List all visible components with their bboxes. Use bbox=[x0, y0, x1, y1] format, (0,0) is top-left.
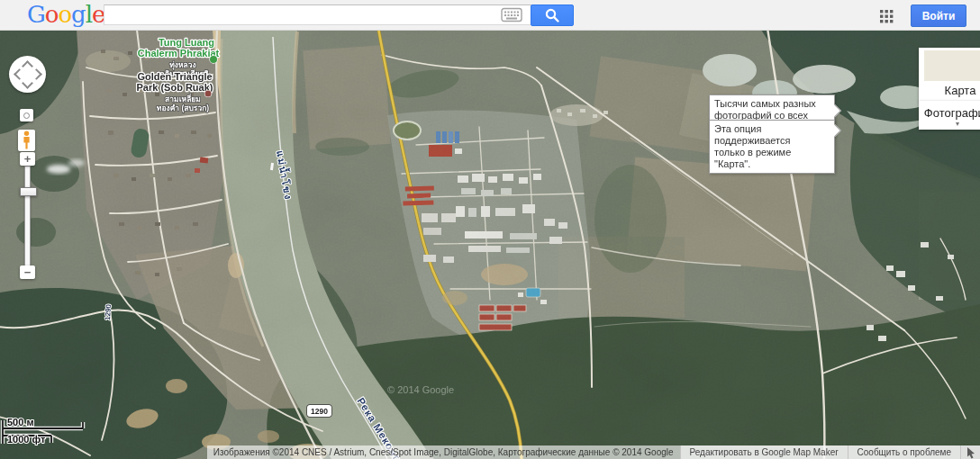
attribution-bar: Изображения ©2014 CNES / Astrium, Cnes/S… bbox=[207, 446, 980, 459]
reset-view-button[interactable] bbox=[20, 109, 33, 122]
svg-text:ทองคำ (สบรวก): ทองคำ (สบรวก) bbox=[157, 104, 210, 112]
reset-dot-icon bbox=[23, 112, 30, 119]
pan-left-arrow-icon[interactable] bbox=[14, 68, 25, 80]
pan-down-arrow-icon[interactable] bbox=[22, 77, 33, 89]
sign-in-button[interactable]: Войти bbox=[911, 4, 966, 27]
poi-dot-maroon[interactable] bbox=[205, 91, 212, 97]
search-icon bbox=[544, 7, 560, 23]
svg-text:500 м: 500 м bbox=[7, 417, 34, 428]
apps-grid-icon[interactable] bbox=[880, 10, 894, 23]
svg-text:Park (Sob Ruak): Park (Sob Ruak) bbox=[137, 82, 213, 93]
pan-right-arrow-icon[interactable] bbox=[31, 68, 42, 80]
photos-layer-card[interactable]: Фотографии ▾ bbox=[919, 101, 980, 130]
cursor-arrow-glyph bbox=[966, 446, 976, 459]
poi-dot-green[interactable] bbox=[210, 56, 217, 63]
imagery-credits: Изображения ©2014 CNES / Astrium, Cnes/S… bbox=[207, 446, 680, 459]
top-bar: Google bbox=[0, 0, 980, 31]
edit-in-map-maker-link[interactable]: Редактировать в Google Map Maker bbox=[680, 446, 848, 459]
report-cursor-icon[interactable] bbox=[960, 446, 980, 459]
tooltip-map-mode-note: Эта опция поддерживается только в режиме… bbox=[709, 120, 835, 174]
search-button[interactable] bbox=[531, 4, 574, 26]
route-shield-1290: 1290 bbox=[307, 405, 331, 417]
zoom-slider-handle[interactable] bbox=[20, 187, 37, 196]
svg-text:Chalerm Phrakiat: Chalerm Phrakiat bbox=[138, 48, 220, 58]
zoom-slider-track[interactable] bbox=[24, 166, 31, 267]
svg-text:1290: 1290 bbox=[311, 407, 328, 416]
apps-grid-glyph bbox=[880, 10, 894, 23]
zoom-in-button[interactable]: + bbox=[20, 152, 35, 166]
svg-text:Tung Luang: Tung Luang bbox=[159, 37, 214, 48]
svg-text:สามเหลี่ยม: สามเหลี่ยม bbox=[165, 93, 201, 104]
pan-control[interactable] bbox=[9, 56, 46, 93]
search-input[interactable] bbox=[104, 4, 554, 25]
pan-up-arrow-icon[interactable] bbox=[22, 60, 33, 72]
keyboard-icon[interactable] bbox=[501, 7, 522, 22]
svg-text:1000 фт: 1000 фт bbox=[7, 434, 46, 445]
google-maps-app: Google bbox=[0, 0, 980, 459]
report-problem-link[interactable]: Сообщить о проблеме bbox=[848, 446, 960, 459]
zoom-out-button[interactable]: − bbox=[20, 266, 35, 279]
google-logo[interactable]: Google bbox=[27, 1, 104, 28]
pegman-street-view[interactable] bbox=[18, 130, 35, 151]
map-mode-thumbnail bbox=[924, 50, 980, 81]
chevron-down-icon[interactable]: ▾ bbox=[919, 120, 980, 128]
pegman-icon bbox=[21, 130, 32, 150]
imagery-watermark: © 2014 Google bbox=[387, 384, 454, 395]
map-mode-card[interactable]: Карта bbox=[919, 48, 980, 102]
svg-text:Golden Triangle: Golden Triangle bbox=[137, 71, 212, 82]
route-side-label: 1290 bbox=[104, 303, 113, 320]
map-viewport[interactable]: Tung Luang Chalerm Phrakiat ทุ่งหลวง เฉล… bbox=[0, 30, 980, 459]
keyboard-icon-glyph bbox=[501, 7, 522, 22]
